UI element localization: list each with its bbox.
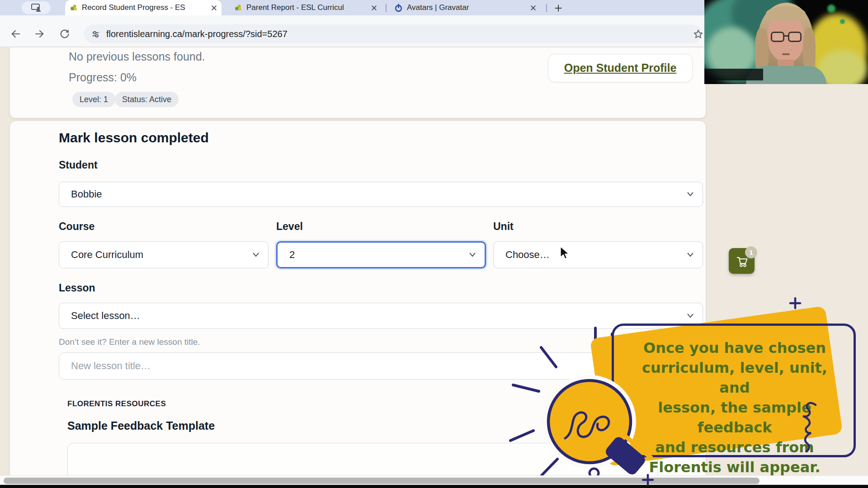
bookmark-star-icon[interactable]: [693, 29, 703, 39]
lesson-label: Lesson: [59, 282, 95, 294]
lesson-select-value: Select lesson…: [71, 303, 140, 328]
florentis-favicon: [234, 4, 242, 12]
url-text: florentislearning.ca/mark-progress/?sid=…: [106, 29, 288, 39]
status-badge: Status: Active: [115, 92, 179, 107]
horizontal-scrollbar-track[interactable]: [0, 475, 868, 485]
webcam-video: [704, 0, 868, 84]
watercolor-dot: [840, 19, 845, 24]
forward-icon[interactable]: [34, 29, 45, 39]
back-icon[interactable]: [10, 29, 21, 39]
tab-title: Parent Report - ESL Curricul: [246, 3, 344, 12]
course-label: Course: [59, 221, 94, 233]
glasses-lens: [788, 32, 802, 42]
no-lessons-text: No previous lessons found.: [69, 50, 205, 63]
person-mouth: [782, 53, 790, 55]
resources-kicker: FLORENTIS RESOURCES: [67, 399, 166, 408]
browser-window: Record Student Progress - ES Parent Repo…: [0, 0, 868, 488]
level-badge: Level: 1: [72, 92, 115, 107]
unit-label: Unit: [493, 221, 514, 233]
chevron-down-icon: [469, 253, 476, 257]
tab-overview-button[interactable]: [22, 1, 51, 14]
gravatar-icon: [394, 4, 403, 12]
chevron-down-icon: [687, 253, 693, 257]
course-select[interactable]: Core Curriculum: [59, 241, 269, 268]
squiggle-decoration: [792, 401, 828, 453]
lightbulb-illustration: [533, 366, 669, 488]
screen-person-icon: [31, 3, 42, 12]
tab-gravatar[interactable]: Avatars | Gravatar: [390, 0, 541, 15]
form-heading: Mark lesson completed: [59, 130, 209, 145]
open-student-profile-label: Open Student Profile: [564, 61, 677, 75]
progress-text: Progress: 0%: [69, 71, 137, 84]
plus-decoration: [642, 474, 654, 486]
open-student-profile-button[interactable]: Open Student Profile: [548, 54, 693, 82]
glasses-bridge: [784, 35, 788, 37]
new-tab-button[interactable]: [552, 2, 564, 14]
glasses-lens: [771, 32, 784, 42]
plus-icon: [555, 5, 562, 12]
lesson-helper-text: Don’t see it? Enter a new lesson title.: [59, 337, 200, 347]
cart-badge: 1: [745, 246, 757, 258]
tab-divider: [386, 4, 387, 12]
florentis-favicon: [70, 4, 78, 12]
reload-icon[interactable]: [59, 28, 70, 39]
watercolor-dot: [827, 5, 835, 13]
student-summary-card: No previous lessons found. Progress: 0% …: [10, 47, 706, 118]
person-bangs: [766, 6, 806, 21]
plus-decoration: [789, 297, 802, 310]
mouse-cursor: [560, 246, 570, 260]
tab-parent-report[interactable]: Parent Report - ESL Curricul: [230, 0, 382, 15]
close-icon[interactable]: [371, 5, 377, 11]
video-name-strip: [704, 69, 763, 80]
site-info-icon[interactable]: [91, 30, 100, 38]
chevron-down-icon: [687, 192, 693, 197]
unit-select-value: Choose…: [505, 242, 550, 268]
chevron-down-icon: [253, 253, 259, 257]
level-select-value: 2: [289, 243, 295, 267]
tab-title: Avatars | Gravatar: [407, 3, 469, 12]
student-label: Student: [59, 159, 98, 171]
tab-record-student-progress[interactable]: Record Student Progress - ES: [65, 0, 222, 15]
student-select-value: Bobbie: [71, 182, 102, 206]
course-select-value: Core Curriculum: [71, 242, 143, 268]
tab-divider: [546, 4, 547, 12]
close-icon[interactable]: [530, 5, 536, 11]
address-bar[interactable]: florentislearning.ca/mark-progress/?sid=…: [84, 24, 702, 43]
close-icon[interactable]: [211, 5, 217, 11]
level-select[interactable]: 2: [276, 241, 486, 268]
unit-select[interactable]: Choose…: [493, 241, 703, 268]
tab-title: Record Student Progress - ES: [82, 3, 185, 12]
level-label: Level: [276, 221, 303, 233]
screen-bottom-strip: [0, 485, 868, 488]
chevron-down-icon: [687, 314, 693, 318]
student-select[interactable]: Bobbie: [59, 182, 703, 207]
sample-feedback-heading: Sample Feedback Template: [67, 419, 215, 432]
